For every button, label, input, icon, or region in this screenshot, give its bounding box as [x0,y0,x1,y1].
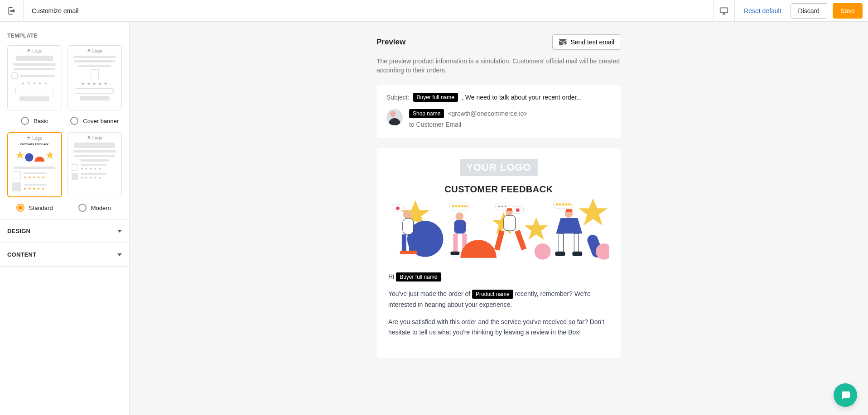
svg-rect-17 [461,205,463,207]
subject-label: Subject: [386,94,410,101]
from-lines: Shop name <growth@onecommerce.io> to Cus… [409,109,527,128]
template-grid-row2: Logo CUSTOMER FEEDBACK ★ ★ ★ ★ ★ ★ ★ ★ ★… [0,132,129,202]
salutation: Hi Buyer full name, [388,272,609,282]
svg-rect-15 [455,205,457,207]
preview-wrap: Preview Send test email The preview prod… [376,22,621,376]
topbar-left: Customize email [0,0,78,21]
mail-meta-card: Subject: Buyer full name , We need to ta… [376,85,621,138]
radio-modern[interactable]: Modern [68,202,122,212]
svg-rect-21 [453,234,458,253]
exit-button[interactable] [0,0,24,22]
svg-rect-10 [409,234,414,252]
logo-box: YOUR LOGO [460,159,537,176]
to-line: to Customer Email [409,121,527,128]
subject-line: Subject: Buyer full name , We need to ta… [386,93,611,102]
feedback-illustration-icon [388,198,609,262]
app-body: TEMPLATE Logo ★ ★ ★ ★ ★ Logo ★ ★ [0,22,868,415]
standard-illus-icon [12,148,58,164]
svg-rect-20 [454,220,466,234]
logo-placeholder: YOUR LOGO [388,159,609,176]
from-email: <growth@onecommerce.io> [448,110,527,117]
chat-widget-button[interactable] [834,383,857,407]
svg-rect-43 [565,203,567,205]
svg-rect-48 [559,234,563,253]
page-title: Customize email [32,7,78,14]
card-logo-label: Logo [27,48,42,53]
radio-cover-banner[interactable]: Cover banner [68,115,122,125]
template-radio-row1: Basic Cover banner [0,115,129,132]
svg-rect-11 [400,251,409,254]
svg-point-19 [455,212,463,220]
design-label: DESIGN [7,228,30,234]
from-line: Shop name <growth@onecommerce.io> [409,109,527,118]
svg-point-7 [403,210,411,219]
discard-button[interactable]: Discard [791,3,827,19]
layers-icon [87,49,91,53]
svg-point-26 [498,205,500,207]
svg-rect-49 [574,234,579,253]
radio-label: Standard [29,205,53,211]
caret-down-icon [117,230,122,233]
svg-rect-47 [566,209,572,212]
hi-text: Hi [388,273,396,280]
content-accordion[interactable]: CONTENT [0,243,129,267]
save-button[interactable]: Save [833,3,863,19]
svg-rect-34 [504,215,516,231]
svg-rect-44 [568,203,570,205]
card-logo-label: Logo [27,136,42,141]
svg-point-27 [502,205,503,207]
exit-icon [7,6,16,15]
template-card-cover-banner[interactable]: Logo ★ ★ ★ ★ ★ [68,45,122,110]
card-logo-label: Logo [87,135,102,140]
content-label: CONTENT [7,251,36,258]
send-test-label: Send test email [571,38,615,46]
svg-rect-40 [555,203,558,205]
mail-body-card: YOUR LOGO CUSTOMER FEEDBACK [376,148,621,358]
svg-point-38 [535,243,551,260]
svg-point-4 [396,206,400,210]
svg-rect-35 [494,230,505,251]
paragraph-2: Are you satisfied with this order and th… [388,317,609,339]
from-block: Shop name <growth@onecommerce.io> to Cus… [386,109,611,128]
send-test-email-button[interactable]: Send test email [552,34,622,50]
radio-label: Basic [34,118,48,124]
shop-name-pill: Shop name [409,109,444,118]
svg-rect-33 [507,208,512,211]
radio-standard[interactable]: Standard [7,202,62,212]
product-name-pill: Product name [472,290,513,299]
stars-icon: ★ ★ ★ ★ ★ [21,81,48,86]
svg-rect-41 [559,203,561,205]
layers-icon [27,49,31,53]
template-card-modern[interactable]: Logo ★ ★ ★ ★ ★ ★ ★ ★ ★ ★ [68,132,122,197]
svg-rect-42 [562,203,564,205]
svg-marker-45 [579,198,608,225]
svg-marker-37 [525,217,548,240]
reset-default-link[interactable]: Reset default [735,7,791,14]
svg-rect-9 [402,234,406,252]
template-grid-row1: Logo ★ ★ ★ ★ ★ Logo ★ ★ ★ ★ ★ [0,45,129,115]
radio-basic[interactable]: Basic [7,115,62,125]
svg-rect-50 [555,252,565,256]
device-toggle[interactable] [713,0,735,22]
svg-point-28 [505,205,506,207]
desktop-icon [719,6,728,15]
paragraph-1: You've just made the order of Product na… [388,289,609,310]
preview-header: Preview Send test email [376,34,621,50]
svg-rect-18 [464,205,467,207]
preview-title: Preview [376,38,405,47]
card-logo-label: Logo [87,48,102,53]
preview-pane[interactable]: Preview Send test email The preview prod… [130,22,868,415]
svg-point-30 [516,208,520,212]
svg-marker-2 [46,151,54,159]
chat-icon [840,390,851,401]
svg-rect-36 [515,230,526,250]
template-radio-row2: Standard Modern [0,202,129,219]
template-card-basic[interactable]: Logo ★ ★ ★ ★ ★ [7,45,62,110]
layers-icon [27,136,31,140]
caret-down-icon [117,253,122,256]
svg-marker-0 [16,151,24,159]
radio-label: Cover banner [83,118,119,124]
design-accordion[interactable]: DESIGN [0,219,129,243]
template-card-standard[interactable]: Logo CUSTOMER FEEDBACK ★ ★ ★ ★ ★ ★ ★ ★ ★… [7,132,62,197]
svg-rect-8 [403,218,414,234]
